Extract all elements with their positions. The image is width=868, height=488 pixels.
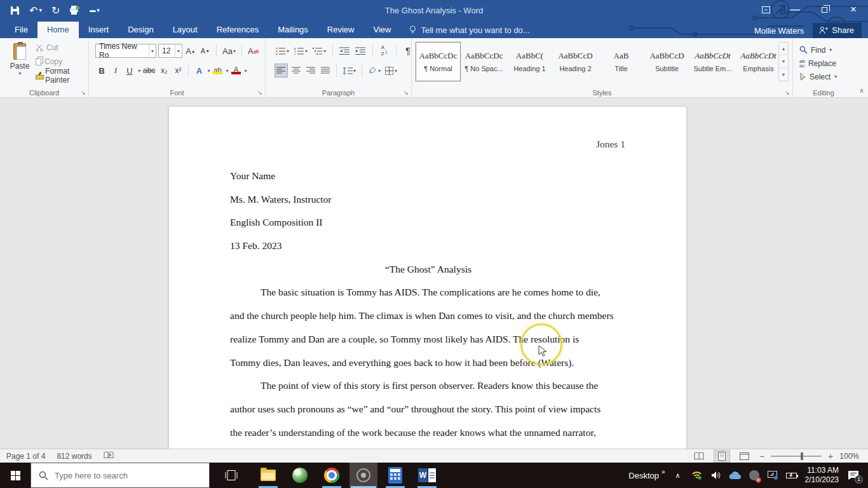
sort-button[interactable]: AZ↓ — [378, 44, 391, 58]
change-case-button[interactable]: Aa▾ — [221, 44, 237, 58]
cut-button[interactable]: Cut — [36, 42, 88, 53]
taskbar-search[interactable] — [31, 463, 210, 488]
clear-formatting-button[interactable]: A — [247, 44, 261, 58]
collapse-ribbon-button[interactable]: ∧ — [859, 86, 864, 95]
style-title[interactable]: AaBTitle — [599, 42, 644, 81]
doc-line[interactable]: and the church people help him. The clim… — [230, 304, 627, 328]
align-center-button[interactable] — [290, 64, 302, 78]
undo-dropdown-icon[interactable]: ▾ — [39, 7, 42, 13]
format-painter-button[interactable]: Format Painter — [36, 70, 88, 81]
file-explorer-button[interactable] — [254, 463, 282, 488]
font-name-combobox[interactable]: Times New Ro▾ — [95, 44, 156, 58]
zoom-out-button[interactable]: − — [759, 451, 764, 461]
action-center-button[interactable]: 1 — [845, 468, 862, 483]
tab-review[interactable]: Review — [318, 22, 364, 38]
doc-title-line[interactable]: “The Ghost” Analysis — [230, 258, 627, 281]
read-mode-button[interactable] — [691, 450, 707, 463]
chrome-button[interactable] — [318, 463, 346, 488]
highlight-color-button[interactable]: ab — [211, 64, 224, 78]
superscript-button[interactable]: x² — [172, 64, 184, 78]
line-spacing-button[interactable]: ▾ — [341, 64, 357, 78]
strikethrough-button[interactable]: abc — [142, 64, 156, 78]
app-green-globe-button[interactable] — [286, 463, 314, 488]
increase-indent-button[interactable] — [354, 44, 367, 58]
battery-icon[interactable] — [786, 468, 799, 482]
toolbar-expand-icon[interactable]: » — [661, 468, 665, 475]
desktop-toolbar[interactable]: Desktop» — [628, 471, 665, 480]
tab-insert[interactable]: Insert — [79, 22, 119, 38]
styles-scroll-down[interactable]: ▼ — [779, 55, 788, 68]
grow-font-button[interactable]: A▲ — [184, 44, 197, 58]
doc-line[interactable]: the reader’s understanding of the work b… — [230, 421, 627, 445]
tab-view[interactable]: View — [363, 22, 400, 38]
volume-icon[interactable] — [710, 468, 722, 482]
select-button[interactable]: Select▾ — [793, 70, 837, 83]
align-right-button[interactable] — [304, 64, 317, 78]
proofing-status-icon[interactable] — [104, 451, 114, 461]
style-heading-2[interactable]: AaBbCcDHeading 2 — [553, 42, 598, 81]
taskbar-clock[interactable]: 11:03 AM 2/10/2023 — [805, 466, 839, 485]
screen-recorder-button[interactable] — [349, 463, 377, 488]
doc-line[interactable]: English Composition II — [230, 211, 627, 234]
italic-button[interactable]: I — [109, 64, 122, 78]
zoom-level[interactable]: 100% — [839, 452, 859, 461]
tab-home[interactable]: Home — [37, 22, 79, 38]
doc-line[interactable]: realize Tommy and Dan are a couple, so T… — [230, 328, 627, 351]
print-layout-button[interactable] — [714, 450, 730, 463]
font-color-button[interactable]: A — [229, 64, 242, 78]
doc-line[interactable]: The basic situation is Tommy has AIDS. T… — [230, 281, 627, 304]
find-button[interactable]: Find▾ — [793, 43, 832, 57]
doc-line[interactable]: Your Name — [230, 165, 627, 188]
doc-line[interactable]: author uses such pronouns as “we” and “o… — [230, 398, 627, 421]
calculator-button[interactable] — [381, 463, 409, 488]
decrease-indent-button[interactable] — [338, 44, 351, 58]
tab-file[interactable]: File — [5, 22, 37, 38]
web-layout-button[interactable] — [736, 450, 753, 463]
underline-button[interactable]: U — [123, 64, 136, 78]
onedrive-icon[interactable] — [729, 468, 742, 482]
save-button[interactable] — [10, 6, 20, 15]
start-button[interactable] — [0, 463, 31, 488]
redo-button[interactable]: ↻ — [51, 4, 60, 17]
word-taskbar-button[interactable]: W — [413, 463, 441, 488]
text-effects-button[interactable]: A — [193, 64, 205, 78]
doc-line[interactable]: The point of view of this story is first… — [230, 374, 627, 398]
account-name[interactable]: Mollie Waters — [754, 26, 804, 36]
bold-button[interactable]: B — [95, 64, 108, 78]
justify-button[interactable] — [319, 64, 332, 78]
shrink-font-button[interactable]: A▼ — [199, 44, 212, 58]
tab-references[interactable]: References — [207, 22, 268, 38]
multilevel-list-button[interactable]: ▾ — [311, 44, 327, 58]
search-input[interactable] — [53, 470, 193, 481]
borders-button[interactable]: ▾ — [384, 64, 398, 78]
ribbon-display-options-button[interactable] — [751, 0, 780, 19]
undo-button[interactable]: ↶▾ — [29, 4, 42, 17]
doc-line[interactable]: Tommy dies, Dan leaves, and everything g… — [230, 351, 627, 375]
document-body[interactable]: Your Name Ms. M. Waters, Instructor Engl… — [230, 165, 627, 444]
network-status-icon[interactable] — [691, 468, 703, 482]
bullets-button[interactable]: ▾ — [275, 44, 290, 58]
tab-layout[interactable]: Layout — [163, 22, 207, 38]
replace-button[interactable]: abac Replace — [793, 57, 836, 70]
tab-mailings[interactable]: Mailings — [268, 22, 318, 38]
copy-button[interactable]: Copy — [36, 56, 88, 67]
cast-status-icon[interactable] — [767, 468, 780, 482]
style-no-spacing[interactable]: AaBbCcDc¶ No Spac... — [461, 42, 506, 81]
paste-button[interactable]: Paste ▾ — [5, 43, 34, 88]
style-subtitle[interactable]: AaBbCcDSubtitle — [644, 42, 689, 81]
styles-gallery-expand[interactable]: ▼ — [779, 69, 788, 81]
document-area[interactable]: Jones 1 Your Name Ms. M. Waters, Instruc… — [0, 98, 868, 449]
zoom-in-button[interactable]: + — [828, 451, 833, 461]
font-size-combobox[interactable]: 12▾ — [158, 44, 182, 58]
task-view-button[interactable] — [217, 463, 245, 488]
doc-line[interactable]: 13 Feb. 2023 — [230, 234, 627, 258]
page-indicator[interactable]: Page 1 of 4 — [6, 452, 45, 461]
close-button[interactable]: × — [839, 0, 868, 19]
tell-me-box[interactable]: Tell me what you want to do... — [400, 22, 538, 38]
style-normal[interactable]: AaBbCcDc¶ Normal — [416, 42, 461, 81]
style-emphasis[interactable]: AaBbCcDtEmphasis — [736, 42, 781, 81]
align-left-button[interactable] — [275, 64, 288, 78]
restore-button[interactable] — [810, 0, 839, 19]
meet-now-icon[interactable] — [748, 468, 761, 482]
numbering-button[interactable]: ▾ — [293, 44, 309, 58]
